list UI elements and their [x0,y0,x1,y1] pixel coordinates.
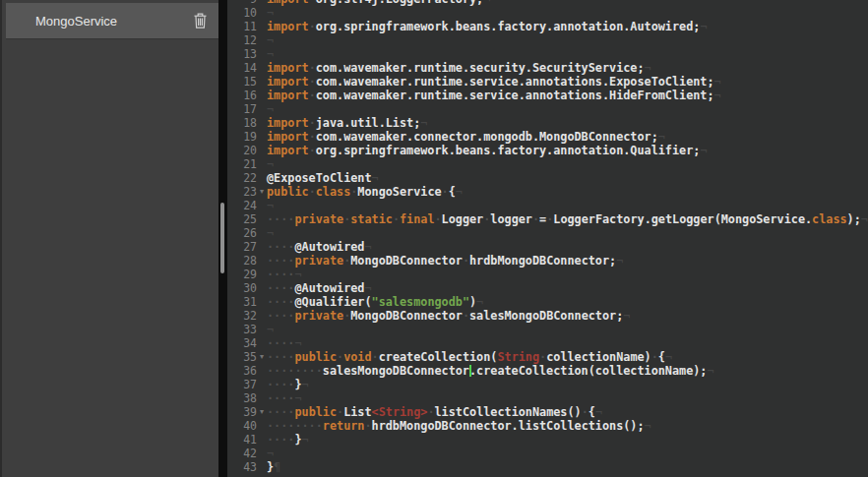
code-line[interactable]: 24¬ [227,199,868,212]
code-line[interactable]: 32····private·MongoDBConnector·salesMong… [227,309,868,323]
whitespace-dots: ···· [267,295,294,309]
code-line[interactable]: 33¬ [227,323,868,336]
fold-gutter [257,157,267,171]
code-text: ····public·void·createCollection(String·… [267,350,672,364]
code-line[interactable]: 30····@Autowired¬ [227,281,868,295]
code-line[interactable]: 41····}¬ [227,433,868,447]
whitespace-dots: ···· [267,378,294,391]
app-window: MongoService 9import·org.slf4j.LoggerFac [0,0,868,477]
code-text: ····}¬ [267,433,309,447]
code-text: ····@Qualifier("salesmongodb")¬ [267,295,483,309]
code-line[interactable]: 15import·com.wavemaker.runtime.service.a… [227,75,868,89]
fold-gutter [257,391,267,405]
line-number: 35 [227,350,257,364]
sidebar-item-mongoservice[interactable]: MongoService [6,3,218,39]
scrollbar-thumb[interactable] [220,203,224,273]
newline-marker: ¬ [267,226,274,240]
code-line[interactable]: 17¬ [227,102,868,116]
code-text: ········return·hrdbMongoDBConnector.list… [267,419,651,433]
fold-gutter [257,281,267,295]
whitespace-dots: · [350,185,357,199]
fold-gutter [257,295,267,309]
code-line[interactable]: 29····¬ [227,268,868,281]
code-line[interactable]: 40········return·hrdbMongoDBConnector.li… [227,419,868,433]
code-line[interactable]: 38····¬ [227,391,868,405]
code-line[interactable]: 20import·org.springframework.beans.facto… [227,144,868,157]
newline-marker: ¬ [665,350,672,364]
code-line[interactable]: 36········salesMongoDBConnector.createCo… [227,364,868,378]
code-line[interactable]: 25····private·static·final·Logger·logger… [227,212,868,226]
code-line[interactable]: 11import·org.springframework.beans.facto… [227,20,868,33]
newline-marker: ¬ [714,75,721,89]
fold-gutter [257,419,267,433]
code-line[interactable]: 22@ExposeToClient¬ [227,171,868,185]
code-line[interactable]: 13¬ [227,47,868,61]
code-line[interactable]: 31····@Qualifier("salesmongodb")¬ [227,295,868,309]
code-text: ····private·static·final·Logger·logger·=… [267,212,868,226]
line-number: 13 [227,47,257,61]
line-number: 31 [227,295,257,309]
code-line[interactable]: 10¬ [227,6,868,20]
code-text: ¬ [267,6,274,20]
whitespace-dots: ···· [267,240,294,254]
code-line[interactable]: 28····private·MongoDBConnector·hrdbMongo… [227,254,868,268]
fold-gutter [257,460,267,474]
code-line[interactable]: 37····}¬ [227,378,868,391]
line-number: 23 [227,185,257,199]
code-line[interactable]: 42¬ [227,447,868,460]
text-cursor [469,365,471,377]
code-lines: 9import·org.slf4j.LoggerFactory;¬10¬11im… [227,0,868,474]
code-text: ¬ [267,47,274,61]
java-code-editor[interactable]: 9import·org.slf4j.LoggerFactory;¬10¬11im… [227,0,868,477]
line-number: 21 [227,157,257,171]
code-line[interactable]: 16import·com.wavemaker.runtime.service.a… [227,89,868,102]
fold-gutter [257,102,267,116]
whitespace-dots: · [364,419,371,433]
line-number: 33 [227,323,257,336]
fold-gutter [257,75,267,89]
fold-gutter [257,61,267,75]
newline-marker: ¬ [707,364,713,378]
whitespace-dots: · [463,309,469,323]
code-line[interactable]: 26¬ [227,226,868,240]
newline-marker: ¬ [861,212,868,226]
whitespace-dots: · [372,350,379,364]
line-number: 25 [227,212,257,226]
whitespace-dots: · [337,405,343,419]
code-text: ····¬ [267,336,302,350]
code-text: import·com.wavemaker.runtime.service.ann… [267,89,721,102]
line-number: 43 [227,460,257,474]
line-number: 32 [227,309,257,323]
code-text: ····private·MongoDBConnector·hrdbMongoDB… [267,254,623,268]
delete-service-button[interactable] [191,11,209,30]
code-line[interactable]: 23▾public·class·MongoService·{¬ [227,185,868,199]
code-line[interactable]: 19import·com.wavemaker.connector.mongodb… [227,130,868,144]
fold-gutter [257,226,267,240]
code-line[interactable]: 34····¬ [227,336,868,350]
fold-gutter [257,254,267,268]
whitespace-dots: · [343,254,350,268]
code-line[interactable]: 27····@Autowired¬ [227,240,868,254]
code-line[interactable]: 35▾····public·void·createCollection(Stri… [227,350,868,364]
line-number: 30 [227,281,257,295]
code-line[interactable]: 21¬ [227,157,868,171]
code-line[interactable]: 43}¶ [227,460,868,474]
code-line[interactable]: 12¬ [227,33,868,47]
code-text: ····¬ [267,268,302,281]
newline-marker: ¬ [267,157,274,171]
code-line[interactable]: 18import·java.util.List;¬ [227,116,868,130]
newline-marker: ¬ [476,295,483,309]
fold-gutter [257,336,267,350]
line-number: 38 [227,391,257,405]
code-line[interactable]: 14import·com.wavemaker.runtime.security.… [227,61,868,75]
line-number: 17 [227,102,257,116]
code-line[interactable]: 39▾····public·List<String>·listCollectio… [227,405,868,419]
fold-gutter [257,144,267,157]
newline-marker: ¬ [456,185,463,199]
code-text: import·java.util.List;¬ [267,116,427,130]
fold-gutter [257,33,267,47]
newline-marker: ¬ [372,171,379,185]
whitespace-dots: · [309,61,316,75]
whitespace-dots: · [309,20,316,33]
line-number: 28 [227,254,257,268]
